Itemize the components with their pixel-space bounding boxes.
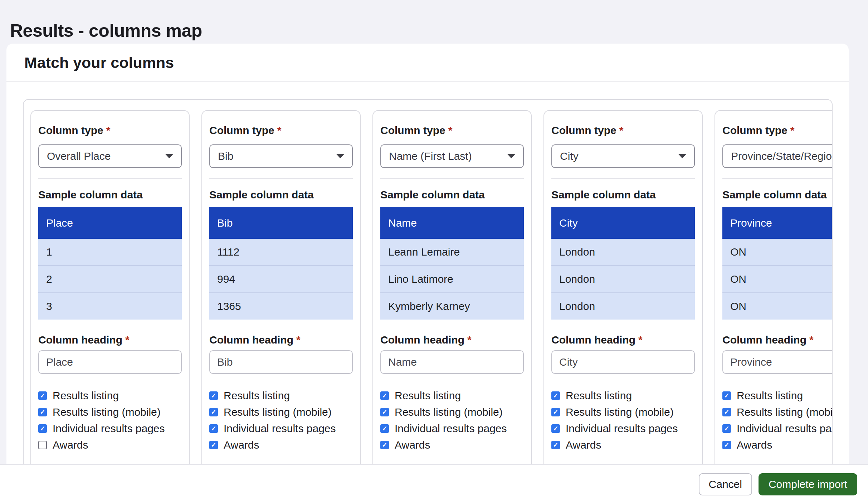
checkbox-group: Results listing Results listing (mobile)… <box>722 387 833 453</box>
checkbox-label: Individual results pages <box>395 423 507 435</box>
checkbox-row-results-listing[interactable]: Results listing <box>209 387 353 404</box>
checkbox[interactable] <box>380 424 389 433</box>
checkbox-row-individual-results-pages[interactable]: Individual results pages <box>722 420 833 437</box>
checkbox[interactable] <box>380 441 389 449</box>
panel-header: Match your columns <box>6 44 849 82</box>
checkbox[interactable] <box>722 441 731 449</box>
table-row: ON <box>722 265 833 292</box>
checkbox[interactable] <box>722 408 731 416</box>
column-card-1: Column type* Overall Place Sample column… <box>30 110 190 464</box>
checkbox[interactable] <box>38 424 47 433</box>
checkbox[interactable] <box>380 391 389 400</box>
columns-scroll-container[interactable]: Column type* Overall Place Sample column… <box>23 99 833 464</box>
column-type-select[interactable]: Overall Place <box>38 144 182 168</box>
sample-table-header: Bib <box>209 207 353 239</box>
checkbox[interactable] <box>209 424 218 433</box>
checkbox-group: Results listing Results listing (mobile)… <box>209 387 353 453</box>
checkbox[interactable] <box>38 408 47 416</box>
checkbox[interactable] <box>209 441 218 449</box>
checkbox-row-awards[interactable]: Awards <box>38 437 182 453</box>
column-type-value: Province/State/Region <box>731 150 833 162</box>
checkbox-label: Awards <box>53 439 88 451</box>
column-type-select[interactable]: Bib <box>209 144 353 168</box>
divider <box>209 178 353 179</box>
sample-table-header: Name <box>380 207 524 239</box>
columns-row: Column type* Overall Place Sample column… <box>24 100 832 464</box>
panel-heading: Match your columns <box>24 54 174 71</box>
checkbox-label: Results listing (mobile) <box>737 406 833 418</box>
checkbox[interactable] <box>551 391 560 400</box>
checkbox[interactable] <box>722 391 731 400</box>
checkbox[interactable] <box>722 424 731 433</box>
table-row: ON <box>722 239 833 265</box>
column-type-value: Name (First Last) <box>389 150 472 162</box>
chevron-down-icon <box>336 154 344 158</box>
checkbox[interactable] <box>551 441 560 449</box>
required-asterisk: * <box>790 124 795 136</box>
column-heading-label-text: Column heading <box>209 334 293 346</box>
checkbox-row-individual-results-pages[interactable]: Individual results pages <box>209 420 353 437</box>
table-row: London <box>551 239 695 265</box>
column-heading-input[interactable] <box>722 350 833 374</box>
column-type-label: Column type* <box>209 124 353 137</box>
column-heading-input[interactable] <box>209 350 353 374</box>
checkbox-row-awards[interactable]: Awards <box>380 437 524 453</box>
checkbox-label: Results listing (mobile) <box>566 406 674 418</box>
checkbox-row-awards[interactable]: Awards <box>209 437 353 453</box>
column-heading-input[interactable] <box>380 350 524 374</box>
column-card-5: Column type* Province/State/Region Sampl… <box>715 110 833 464</box>
column-heading-input[interactable] <box>38 350 182 374</box>
column-heading-label-text: Column heading <box>38 334 122 346</box>
checkbox-row-results-listing[interactable]: Results listing <box>551 387 695 404</box>
column-heading-label: Column heading* <box>380 333 524 347</box>
checkbox[interactable] <box>551 424 560 433</box>
sample-data-label: Sample column data <box>209 188 353 202</box>
checkbox[interactable] <box>551 408 560 416</box>
sample-table: Bib 1112 994 1365 <box>209 207 353 320</box>
checkbox-label: Results listing <box>395 390 461 402</box>
complete-import-button[interactable]: Complete import <box>759 473 857 495</box>
checkbox[interactable] <box>38 391 47 400</box>
column-type-select[interactable]: City <box>551 144 695 168</box>
checkbox-row-results-listing-mobile[interactable]: Results listing (mobile) <box>551 404 695 420</box>
sample-table: City London London London <box>551 207 695 320</box>
checkbox-label: Awards <box>737 439 772 451</box>
sample-table: Place 1 2 3 <box>38 207 182 320</box>
divider <box>551 178 695 179</box>
checkbox-row-awards[interactable]: Awards <box>722 437 833 453</box>
table-row: 3 <box>38 292 182 320</box>
checkbox-row-individual-results-pages[interactable]: Individual results pages <box>551 420 695 437</box>
column-type-label-text: Column type <box>722 124 787 136</box>
checkbox-row-individual-results-pages[interactable]: Individual results pages <box>380 420 524 437</box>
checkbox-label: Results listing <box>224 390 290 402</box>
checkbox[interactable] <box>38 441 47 449</box>
column-type-select[interactable]: Name (First Last) <box>380 144 524 168</box>
checkbox[interactable] <box>380 408 389 416</box>
checkbox-row-results-listing-mobile[interactable]: Results listing (mobile) <box>380 404 524 420</box>
checkbox-row-results-listing-mobile[interactable]: Results listing (mobile) <box>38 404 182 420</box>
required-asterisk: * <box>809 334 814 346</box>
checkbox[interactable] <box>209 408 218 416</box>
checkbox-group: Results listing Results listing (mobile)… <box>38 387 182 453</box>
table-row: Leann Lemaire <box>380 239 524 265</box>
column-heading-label: Column heading* <box>38 333 182 347</box>
checkbox-row-awards[interactable]: Awards <box>551 437 695 453</box>
column-heading-input[interactable] <box>551 350 695 374</box>
match-columns-panel: Match your columns Column type* Overall … <box>6 44 849 464</box>
column-type-select[interactable]: Province/State/Region <box>722 144 833 168</box>
checkbox-row-individual-results-pages[interactable]: Individual results pages <box>38 420 182 437</box>
checkbox-row-results-listing-mobile[interactable]: Results listing (mobile) <box>209 404 353 420</box>
sample-table-header: City <box>551 207 695 239</box>
checkbox-row-results-listing-mobile[interactable]: Results listing (mobile) <box>722 404 833 420</box>
sample-data-label: Sample column data <box>722 188 833 202</box>
checkbox-row-results-listing[interactable]: Results listing <box>38 387 182 404</box>
cancel-button[interactable]: Cancel <box>699 473 752 495</box>
table-row: Kymberly Karney <box>380 292 524 320</box>
sample-data-label: Sample column data <box>551 188 695 202</box>
checkbox[interactable] <box>209 391 218 400</box>
checkbox-row-results-listing[interactable]: Results listing <box>380 387 524 404</box>
column-type-label: Column type* <box>38 124 182 137</box>
checkbox-row-results-listing[interactable]: Results listing <box>722 387 833 404</box>
column-heading-label: Column heading* <box>209 333 353 347</box>
chevron-down-icon <box>165 154 173 158</box>
